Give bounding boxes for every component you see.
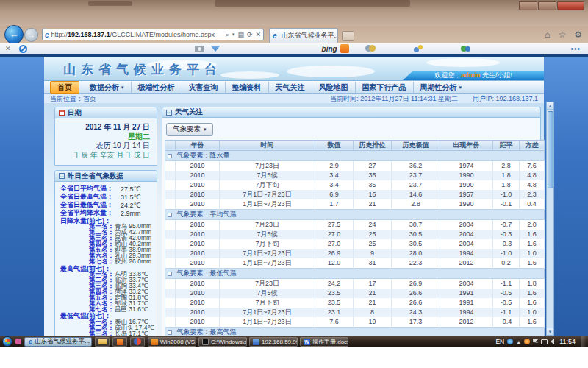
expand-checkbox-icon[interactable] xyxy=(168,213,172,217)
table-group-row[interactable]: 气象要素：最高气温 xyxy=(165,327,545,336)
nav-item[interactable]: 国家下行产品 xyxy=(356,82,414,93)
taskbar-ie-button[interactable]: e 山东省气候业务平... xyxy=(24,337,92,347)
table-cell: 1990 xyxy=(440,199,493,210)
home-icon[interactable]: ⌂ xyxy=(545,30,550,39)
table-cell: 1990 xyxy=(440,171,493,180)
back-icon[interactable]: ← xyxy=(4,25,24,44)
table-cell: 7月5候 xyxy=(220,289,315,298)
forward-icon[interactable]: → xyxy=(24,28,38,42)
taskbar-button[interactable]: Win2008 (VS2... xyxy=(148,337,196,347)
table-cell: 1.6 xyxy=(520,298,545,308)
new-tab-button[interactable] xyxy=(342,31,354,41)
window-titlebar xyxy=(0,0,588,26)
element-filter-button[interactable]: 气象要素▾ xyxy=(166,123,213,136)
taskbar-app-button[interactable] xyxy=(112,337,127,347)
page-title: 山东省气候业务平台 xyxy=(63,61,222,78)
table-cell: 1.6 xyxy=(520,230,545,239)
table-cell: 7月5候 xyxy=(220,171,315,180)
block-icon[interactable] xyxy=(19,45,27,53)
expand-checkbox-icon[interactable] xyxy=(168,330,172,335)
expand-checkbox-icon[interactable] xyxy=(168,272,172,276)
refresh-icon[interactable]: ⟳ xyxy=(247,31,253,38)
table-cell: 2012 xyxy=(440,317,493,328)
bing-logo[interactable]: bing xyxy=(322,45,337,53)
table-group-row[interactable]: 气象要素：降水量 xyxy=(165,150,545,160)
show-desktop-button[interactable] xyxy=(581,336,586,347)
nav-item[interactable]: 整编资料 xyxy=(226,82,269,93)
taskbar-button[interactable]: C:\Windows\s... xyxy=(198,337,247,347)
taskbar-media-button[interactable] xyxy=(130,337,145,347)
pinned-app-icon[interactable] xyxy=(15,339,21,344)
dropdown-arrow-icon: ▾ xyxy=(459,85,462,91)
vertical-scrollbar[interactable]: ▲ ▼ xyxy=(546,102,554,336)
table-cell: 2004 xyxy=(440,278,493,289)
dropdown-arrow-icon: ▾ xyxy=(121,85,124,91)
table-group-row[interactable]: 气象要素：最低气温 xyxy=(165,268,545,278)
weather-stats: 全省日平均气温：27.5℃全省日最高气温：31.5℃全省日最低气温：24.2℃全… xyxy=(55,182,157,336)
table-cell: 19 xyxy=(354,317,392,328)
scroll-up-icon[interactable]: ▲ xyxy=(547,102,553,110)
table-header-cell: 时间 xyxy=(220,140,315,150)
language-indicator[interactable]: EN xyxy=(495,338,504,345)
minimize-button[interactable] xyxy=(519,1,537,10)
compat-icon[interactable]: ▤ xyxy=(237,31,244,38)
nav-item[interactable]: 风险地图 xyxy=(312,82,356,93)
people-icon[interactable] xyxy=(461,45,470,52)
scroll-down-icon[interactable]: ▼ xyxy=(547,328,553,335)
tray-app-icon[interactable] xyxy=(524,339,530,344)
cloud-decoration xyxy=(220,71,279,79)
volume-icon[interactable] xyxy=(551,339,554,344)
more-options-icon[interactable]: ••• xyxy=(570,45,581,53)
maximize-button[interactable] xyxy=(538,1,556,10)
table-cell: 2010 xyxy=(176,258,220,269)
taskbar-button[interactable]: 192.168.59.99... xyxy=(249,337,298,347)
dropdown-caret-icon[interactable]: ▾ xyxy=(232,32,235,38)
action-center-flag-icon[interactable] xyxy=(533,339,538,344)
address-bar[interactable]: e http://192.168.137.1/GLCCLIMATE/module… xyxy=(42,29,264,40)
paw-icon[interactable] xyxy=(414,45,423,52)
close-button[interactable] xyxy=(557,1,584,10)
update-icon[interactable] xyxy=(507,339,513,344)
table-row: 20107月5候27.02530.52004-0.31.6 xyxy=(165,230,545,239)
mail-icon[interactable] xyxy=(211,46,220,52)
taskbar-explorer-button[interactable] xyxy=(95,337,110,347)
nav-item[interactable]: 数据分析▾ xyxy=(83,82,132,93)
stop-icon[interactable]: ✕ xyxy=(255,31,261,38)
browser-tab[interactable]: e 山东省气候业务平... ✕ xyxy=(269,28,338,43)
table-cell: 35 xyxy=(354,171,392,180)
taskbar-button[interactable]: W操作手册.docx ... xyxy=(300,337,348,347)
nav-item[interactable]: 周期性分析▾ xyxy=(414,82,469,93)
taskbar-clock[interactable]: 11:54 xyxy=(559,338,576,345)
nav-item[interactable]: 灾害查询 xyxy=(182,82,226,93)
welcome-ribbon: 欢迎您，admin 先生/小姐! xyxy=(403,71,544,80)
expand-checkbox-icon[interactable] xyxy=(168,154,172,158)
nav-item-label: 天气关注 xyxy=(276,82,305,93)
app-icon[interactable] xyxy=(340,44,349,53)
weather-watch-header: 天气关注 xyxy=(162,107,541,118)
nav-item[interactable]: 极端性分析 xyxy=(132,82,182,93)
group-title: 气象要素：最高气温 xyxy=(177,328,237,336)
table-row: 20107月23日24.21726.92004-1.11.8 xyxy=(165,278,545,289)
start-orb-icon[interactable] xyxy=(2,336,12,347)
nav-item[interactable]: 首页 xyxy=(50,81,79,94)
scrollbar-thumb[interactable] xyxy=(548,111,553,188)
taskbar-button-label: C:\Windows\s... xyxy=(211,339,247,345)
camera-icon[interactable] xyxy=(195,46,204,52)
table-row: 20107月下旬3.43523.719901.84.8 xyxy=(165,180,545,190)
tray-expand-icon[interactable]: ▲ xyxy=(516,339,521,344)
word-icon: W xyxy=(304,339,310,345)
search-icon[interactable]: ⌕ xyxy=(226,31,229,39)
nav-item[interactable]: 天气关注 xyxy=(269,82,312,93)
favorites-star-icon[interactable]: ☆ xyxy=(558,30,566,39)
table-cell: 2010 xyxy=(176,317,220,328)
table-cell: 27.5 xyxy=(315,219,354,230)
close-toolbar-icon[interactable]: ✕ xyxy=(5,45,11,52)
table-group-row[interactable]: 气象要素：平均气温 xyxy=(165,209,545,219)
table-cell-blank xyxy=(165,171,176,180)
current-time: 当前时间: 2012年11月27日 11:14:31 星期二 xyxy=(330,94,458,104)
network-icon[interactable] xyxy=(541,339,548,344)
settings-gear-icon[interactable]: ⚙ xyxy=(574,30,582,39)
url-text: http://192.168.137.1/GLCCLIMATE/modules/… xyxy=(51,31,215,38)
coins-icon[interactable] xyxy=(365,45,376,52)
table-cell: 23.1 xyxy=(315,308,354,317)
